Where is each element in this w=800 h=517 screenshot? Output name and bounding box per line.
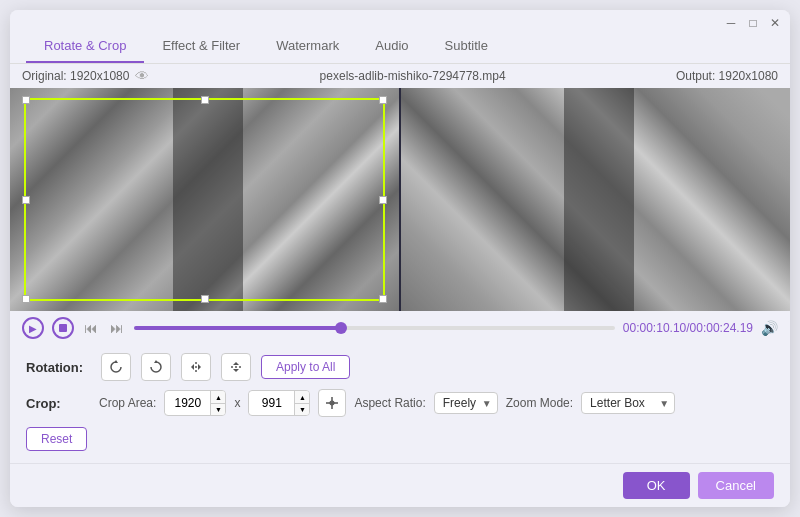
aspect-ratio-select[interactable]: Freely 16:9 4:3 1:1 9:16	[434, 392, 498, 414]
tab-bar: Rotate & Crop Effect & Filter Watermark …	[10, 30, 790, 64]
info-left: Original: 1920x1080 👁	[22, 68, 149, 84]
move-icon[interactable]	[318, 389, 346, 417]
stop-button[interactable]	[52, 317, 74, 339]
crop-handle-tm[interactable]	[201, 96, 209, 104]
time-current: 00:00:10.10	[623, 321, 686, 335]
time-display: 00:00:10.10/00:00:24.19	[623, 321, 753, 335]
tab-subtitle[interactable]: Subtitle	[427, 30, 506, 63]
zoom-mode-select-wrap: Letter Box Pan & Scan Full ▼	[581, 392, 675, 414]
dimension-separator: x	[234, 396, 240, 410]
crosshair-icon	[324, 395, 340, 411]
progress-thumb[interactable]	[335, 322, 347, 334]
svg-marker-4	[198, 364, 201, 370]
apply-to-all-button[interactable]: Apply to All	[261, 355, 350, 379]
svg-marker-6	[233, 362, 239, 365]
footer: OK Cancel	[10, 463, 790, 507]
video-canvas-right	[401, 88, 790, 311]
progress-track[interactable]	[134, 326, 615, 330]
video-canvas-left	[10, 88, 399, 311]
aspect-ratio-label: Aspect Ratio:	[354, 396, 425, 410]
minimize-button[interactable]: ─	[724, 16, 738, 30]
flip-horizontal-button[interactable]	[181, 353, 211, 381]
play-button[interactable]: ▶	[22, 317, 44, 339]
filename: pexels-adlib-mishiko-7294778.mp4	[320, 69, 506, 83]
video-area	[10, 88, 790, 311]
zoom-mode-label: Zoom Mode:	[506, 396, 573, 410]
road-line-right	[564, 88, 634, 311]
reset-button[interactable]: Reset	[26, 427, 87, 451]
flip-h-icon	[189, 360, 203, 374]
volume-icon[interactable]: 🔊	[761, 320, 778, 336]
crop-height-down[interactable]: ▼	[295, 403, 309, 415]
main-window: ─ □ ✕ Rotate & Crop Effect & Filter Wate…	[10, 10, 790, 507]
output-resolution: Output: 1920x1080	[676, 69, 778, 83]
crop-area-label: Crop Area:	[99, 396, 156, 410]
svg-marker-7	[233, 369, 239, 372]
crop-height-input[interactable]	[249, 393, 294, 413]
tab-audio[interactable]: Audio	[357, 30, 426, 63]
crop-label: Crop:	[26, 396, 91, 411]
crop-height-input-wrap: ▲ ▼	[248, 390, 310, 416]
rotate-left-button[interactable]	[101, 353, 131, 381]
cancel-button[interactable]: Cancel	[698, 472, 774, 499]
video-panel-left	[10, 88, 399, 311]
close-button[interactable]: ✕	[768, 16, 782, 30]
crop-handle-mr[interactable]	[379, 196, 387, 204]
skip-forward-button[interactable]: ⏭	[108, 320, 126, 336]
stop-icon	[59, 324, 67, 332]
rotate-left-icon	[109, 360, 123, 374]
crop-width-spinners: ▲ ▼	[210, 391, 225, 415]
rotation-label: Rotation:	[26, 360, 91, 375]
info-right: Output: 1920x1080	[676, 69, 778, 83]
zoom-mode-select[interactable]: Letter Box Pan & Scan Full	[581, 392, 675, 414]
time-total: 00:00:24.19	[690, 321, 753, 335]
crop-handle-bl[interactable]	[22, 295, 30, 303]
crop-width-up[interactable]: ▲	[211, 391, 225, 403]
flip-v-icon	[229, 360, 243, 374]
crop-height-up[interactable]: ▲	[295, 391, 309, 403]
tab-watermark[interactable]: Watermark	[258, 30, 357, 63]
crop-handle-tl[interactable]	[22, 96, 30, 104]
ok-button[interactable]: OK	[623, 472, 690, 499]
progress-fill	[134, 326, 341, 330]
video-panel-right	[399, 88, 790, 311]
rotation-row: Rotation:	[26, 353, 774, 381]
crop-handle-br[interactable]	[379, 295, 387, 303]
crop-overlay[interactable]	[24, 98, 385, 301]
crop-handle-tr[interactable]	[379, 96, 387, 104]
playback-bar: ▶ ⏮ ⏭ 00:00:10.10/00:00:24.19 🔊	[10, 311, 790, 345]
maximize-button[interactable]: □	[746, 16, 760, 30]
aspect-ratio-select-wrap: Freely 16:9 4:3 1:1 9:16 ▼	[434, 392, 498, 414]
controls-area: Rotation:	[10, 345, 790, 463]
crop-height-spinners: ▲ ▼	[294, 391, 309, 415]
flip-vertical-button[interactable]	[221, 353, 251, 381]
eye-icon[interactable]: 👁	[135, 68, 149, 84]
skip-back-button[interactable]: ⏮	[82, 320, 100, 336]
tab-effect-filter[interactable]: Effect & Filter	[144, 30, 258, 63]
titlebar-buttons: ─ □ ✕	[724, 16, 782, 30]
rotate-right-button[interactable]	[141, 353, 171, 381]
rotate-right-icon	[149, 360, 163, 374]
crop-width-input-wrap: ▲ ▼	[164, 390, 226, 416]
crop-width-down[interactable]: ▼	[211, 403, 225, 415]
crop-handle-ml[interactable]	[22, 196, 30, 204]
titlebar: ─ □ ✕	[10, 10, 790, 30]
tab-rotate-crop[interactable]: Rotate & Crop	[26, 30, 144, 63]
crop-row: Crop: Crop Area: ▲ ▼ x ▲ ▼	[26, 389, 774, 417]
original-resolution: Original: 1920x1080	[22, 69, 129, 83]
crop-handle-bm[interactable]	[201, 295, 209, 303]
info-bar: Original: 1920x1080 👁 pexels-adlib-mishi…	[10, 64, 790, 88]
svg-marker-3	[191, 364, 194, 370]
crop-width-input[interactable]	[165, 393, 210, 413]
